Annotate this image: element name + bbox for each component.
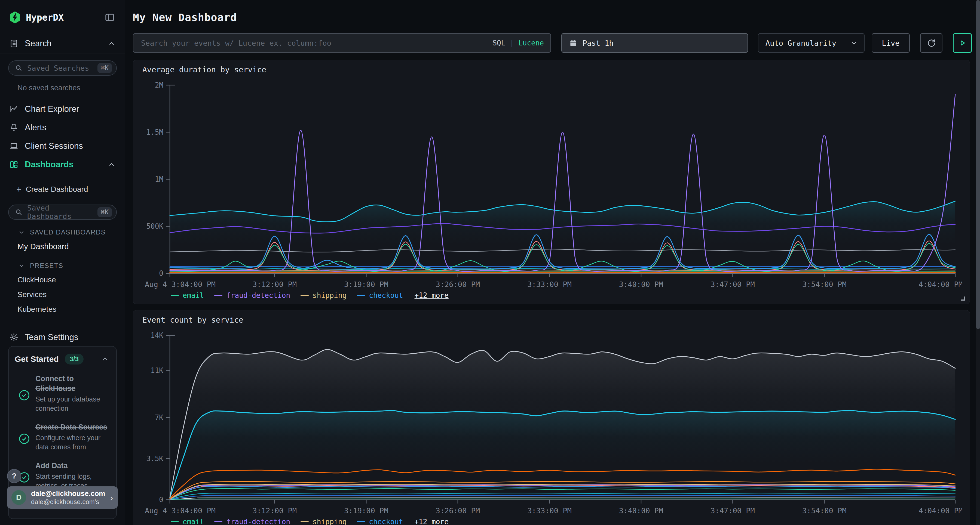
refresh-icon bbox=[926, 38, 937, 48]
svg-text:2M: 2M bbox=[155, 81, 163, 89]
legend-item-fraud-detection[interactable]: fraud-detection bbox=[214, 518, 290, 525]
play-button[interactable] bbox=[953, 33, 972, 53]
laptop-icon bbox=[9, 141, 19, 151]
event-search-input[interactable] bbox=[133, 33, 551, 53]
svg-text:3:54:00 PM: 3:54:00 PM bbox=[802, 506, 846, 515]
step-title: Create Data Sources bbox=[35, 422, 117, 432]
svg-text:3.5K: 3.5K bbox=[146, 455, 163, 463]
lucene-mode-toggle[interactable]: Lucene bbox=[518, 39, 544, 47]
svg-text:1M: 1M bbox=[155, 175, 163, 183]
saved-dashboards-placeholder: Saved Dashboards bbox=[27, 204, 97, 220]
sidebar-item-team-settings[interactable]: Team Settings bbox=[0, 328, 125, 347]
scrollbar-thumb[interactable] bbox=[976, 0, 980, 329]
main-content: My New Dashboard SQL | Lucene Past 1h Au… bbox=[126, 11, 980, 525]
get-started-step-add-data[interactable]: Add Data Start sending logs, metrics, or… bbox=[15, 461, 109, 490]
legend-more-link[interactable]: +12 more bbox=[415, 518, 449, 525]
chart-legend: emailfraud-detectionshippingcheckout+12 … bbox=[171, 518, 961, 525]
sidebar-item-dashboards[interactable]: Dashboards bbox=[0, 155, 125, 174]
svg-text:3:40:00 PM: 3:40:00 PM bbox=[619, 280, 663, 289]
granularity-value: Auto Granularity bbox=[765, 39, 850, 48]
sidebar-nav: Chart Explorer Alerts Client Sessions Da… bbox=[0, 100, 125, 174]
sidebar-item-preset-services[interactable]: Services bbox=[18, 290, 125, 299]
time-range-picker[interactable]: Past 1h bbox=[561, 33, 748, 53]
panel-resize-handle[interactable] bbox=[961, 297, 965, 301]
event-search-box: SQL | Lucene bbox=[133, 33, 551, 53]
help-button[interactable]: ? bbox=[7, 469, 21, 483]
dashboard-grid-icon bbox=[9, 160, 19, 170]
sidebar-item-search[interactable]: Search bbox=[0, 33, 125, 54]
chart-legend: emailfraud-detectionshippingcheckout+12 … bbox=[171, 291, 961, 300]
step-title: Connect to ClickHouse bbox=[35, 374, 106, 393]
get-started-title: Get Started bbox=[15, 354, 59, 364]
svg-text:Aug 4 3:04:00 PM: Aug 4 3:04:00 PM bbox=[145, 280, 216, 289]
saved-searches-input[interactable]: Saved Searches ⌘K bbox=[8, 60, 117, 76]
page-scrollbar[interactable] bbox=[976, 0, 980, 525]
sidebar-item-chart-explorer[interactable]: Chart Explorer bbox=[0, 100, 125, 118]
line-chart-average-duration[interactable]: 0500K1M1.5M2MAug 4 3:04:00 PM3:12:00 PM3… bbox=[141, 77, 962, 289]
time-range-value: Past 1h bbox=[582, 39, 614, 48]
sidebar-item-preset-kubernetes[interactable]: Kubernetes bbox=[18, 305, 125, 314]
svg-text:3:33:00 PM: 3:33:00 PM bbox=[527, 280, 572, 289]
dashboard-toolbar: SQL | Lucene Past 1h Auto Granularity Li… bbox=[133, 33, 980, 53]
legend-more-link[interactable]: +12 more bbox=[415, 291, 449, 300]
sidebar: HyperDX Search Saved Searches ⌘K No save… bbox=[0, 0, 125, 525]
play-icon bbox=[958, 38, 967, 48]
sidebar-item-my-dashboard[interactable]: My Dashboard bbox=[18, 242, 125, 251]
plus-icon: + bbox=[16, 184, 22, 195]
chevron-up-icon bbox=[108, 160, 116, 169]
get-started-step-connect[interactable]: Connect to ClickHouse Set up your databa… bbox=[15, 374, 109, 413]
sql-mode-toggle[interactable]: SQL bbox=[492, 39, 505, 47]
chevron-up-icon[interactable] bbox=[101, 355, 109, 363]
user-account-menu[interactable]: D dale@clickhouse.com dale@clickhouse.co… bbox=[7, 486, 118, 509]
svg-text:3:19:00 PM: 3:19:00 PM bbox=[344, 506, 388, 515]
shortcut-badge: ⌘K bbox=[97, 207, 112, 217]
legend-item-shipping[interactable]: shipping bbox=[301, 518, 347, 525]
legend-item-fraud-detection[interactable]: fraud-detection bbox=[214, 291, 290, 300]
saved-searches-placeholder: Saved Searches bbox=[27, 64, 97, 72]
legend-item-checkout[interactable]: checkout bbox=[357, 291, 403, 300]
svg-text:1.5M: 1.5M bbox=[146, 128, 163, 136]
sidebar-item-alerts[interactable]: Alerts bbox=[0, 118, 125, 137]
journal-search-icon bbox=[9, 39, 19, 48]
refresh-button[interactable] bbox=[920, 33, 942, 53]
chevron-down-icon bbox=[850, 39, 858, 47]
saved-dashboards-input[interactable]: Saved Dashboards ⌘K bbox=[8, 205, 117, 220]
svg-text:3:26:00 PM: 3:26:00 PM bbox=[436, 506, 480, 515]
shortcut-badge: ⌘K bbox=[97, 63, 112, 73]
sidebar-collapse-button[interactable] bbox=[104, 11, 116, 24]
line-chart-event-count[interactable]: 03.5K7K11K14KAug 4 3:04:00 PM3:12:00 PM3… bbox=[141, 327, 962, 515]
svg-text:3:40:00 PM: 3:40:00 PM bbox=[619, 506, 663, 515]
chevron-down-icon bbox=[18, 229, 25, 236]
sidebar-item-preset-clickhouse[interactable]: ClickHouse bbox=[18, 276, 125, 284]
chevron-right-icon: › bbox=[110, 492, 113, 503]
brand-title: HyperDX bbox=[26, 12, 104, 23]
chart-line-icon bbox=[9, 104, 19, 114]
mode-divider: | bbox=[510, 39, 514, 47]
hyperdx-logo-icon bbox=[9, 11, 21, 24]
legend-item-email[interactable]: email bbox=[171, 291, 204, 300]
legend-item-checkout[interactable]: checkout bbox=[357, 518, 403, 525]
gear-icon bbox=[9, 332, 19, 342]
avatar: D bbox=[11, 490, 26, 505]
svg-text:14K: 14K bbox=[151, 331, 163, 339]
svg-text:0: 0 bbox=[159, 269, 163, 278]
saved-dashboards-section-header[interactable]: SAVED DASHBOARDS bbox=[18, 228, 125, 236]
svg-text:0: 0 bbox=[159, 496, 163, 504]
chart-panel-average-duration: Average duration by service 0500K1M1.5M2… bbox=[133, 60, 970, 304]
svg-text:11K: 11K bbox=[151, 366, 163, 374]
get-started-step-sources[interactable]: Create Data Sources Configure where your… bbox=[15, 422, 109, 452]
legend-item-email[interactable]: email bbox=[171, 518, 204, 525]
svg-text:3:26:00 PM: 3:26:00 PM bbox=[436, 280, 480, 289]
create-dashboard-button[interactable]: + Create Dashboard bbox=[0, 181, 125, 198]
presets-section-header[interactable]: PRESETS bbox=[18, 262, 125, 270]
live-button[interactable]: Live bbox=[872, 33, 910, 53]
legend-item-shipping[interactable]: shipping bbox=[301, 291, 347, 300]
granularity-select[interactable]: Auto Granularity bbox=[758, 33, 865, 53]
chart-panel-event-count: Event count by service 03.5K7K11K14KAug … bbox=[133, 310, 970, 525]
step-title: Add Data bbox=[35, 461, 106, 471]
sidebar-item-client-sessions[interactable]: Client Sessions bbox=[0, 137, 125, 155]
chart-title: Average duration by service bbox=[142, 65, 961, 75]
svg-text:3:47:00 PM: 3:47:00 PM bbox=[711, 506, 755, 515]
logo-row: HyperDX bbox=[0, 0, 125, 24]
no-saved-searches-text: No saved searches bbox=[18, 84, 125, 92]
